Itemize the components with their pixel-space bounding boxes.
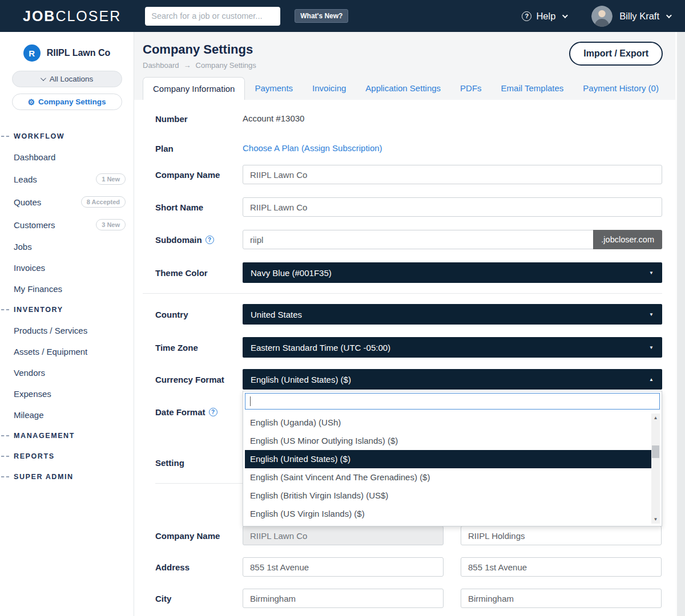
setting-label: Setting (143, 458, 243, 468)
tab-company-information[interactable]: Company Information (143, 77, 245, 100)
sidebar-section-management[interactable]: MANAGEMENT (0, 425, 134, 446)
city-secondary-field[interactable] (461, 589, 662, 608)
company-information-panel: Number Account #13030 Plan Choose A Plan… (134, 100, 675, 616)
currency-option-selected[interactable]: English (United States) ($) (245, 450, 651, 468)
section-divider (143, 293, 662, 294)
dash-icon (1, 435, 9, 436)
currency-options-list: English (Uganda) (USh) English (US Minor… (245, 414, 660, 524)
tab-pdfs[interactable]: PDFs (450, 77, 491, 100)
scroll-up-icon[interactable]: ▲ (654, 415, 658, 420)
chevron-down-icon: ▼ (649, 312, 654, 317)
sidebar-item-assets-equipment[interactable]: Assets / Equipment (0, 341, 134, 362)
chevron-down-icon (41, 75, 46, 81)
theme-color-select[interactable]: Navy Blue (#001F35) ▼ (243, 262, 662, 283)
currency-option[interactable]: English (Saint Vincent And The Grenadine… (245, 468, 651, 487)
app-logo[interactable]: JOBCLOSER (23, 8, 121, 25)
assign-subscription-link[interactable]: (Assign Subscription) (301, 143, 382, 153)
company-name-secondary-field[interactable] (461, 526, 662, 545)
subdomain-help-icon[interactable]: ? (206, 236, 214, 244)
top-navbar: JOBCLOSER What's New? ? Help Billy Kraft (0, 0, 685, 32)
sidebar-item-customers[interactable]: Customers 3 New (0, 213, 134, 236)
leads-badge: 1 New (96, 173, 126, 185)
sidebar-item-label: Mileage (14, 410, 44, 420)
section-divider-partial (155, 483, 243, 484)
company-name-field[interactable] (243, 165, 662, 184)
all-locations-dropdown[interactable]: All Locations (12, 71, 122, 87)
scroll-down-icon[interactable]: ▼ (654, 517, 658, 522)
account-number-value: Account #13030 (243, 114, 304, 123)
tab-bar: Company Information Payments Invoicing A… (143, 77, 675, 100)
company-settings-button[interactable]: ⚙ Company Settings (12, 94, 122, 110)
time-zone-label: Time Zone (143, 343, 243, 352)
avatar-image (591, 6, 613, 27)
currency-format-select[interactable]: English (United States) ($) ▲ (243, 369, 662, 390)
country-label: Country (143, 310, 243, 319)
time-zone-value: Eastern Standard Time (UTC -05:00) (251, 343, 390, 352)
company-logo: R (23, 44, 41, 62)
currency-option[interactable]: English (British Virgin Islands) (US$) (245, 487, 651, 505)
company-name-label: RIIPL Lawn Co (47, 48, 111, 58)
sidebar-item-jobs[interactable]: Jobs (0, 236, 134, 257)
global-search-input[interactable] (145, 7, 280, 26)
short-name-field[interactable] (243, 197, 662, 217)
date-format-help-icon[interactable]: ? (209, 408, 217, 416)
country-select[interactable]: United States ▼ (243, 304, 662, 325)
import-export-button[interactable]: Import / Export (569, 42, 663, 66)
tab-payment-history[interactable]: Payment History (0) (573, 77, 668, 100)
currency-option[interactable]: English (Uganda) (USh) (245, 414, 651, 432)
sidebar-item-mileage[interactable]: Mileage (0, 404, 134, 425)
sidebar-item-quotes[interactable]: Quotes 8 Accepted (0, 191, 134, 213)
page-scrollbar[interactable] (675, 32, 685, 616)
scrollbar-thumb[interactable] (652, 445, 659, 458)
dash-icon (1, 136, 9, 137)
help-menu[interactable]: ? Help (522, 11, 566, 22)
sidebar-company[interactable]: R RIIPL Lawn Co (23, 44, 111, 62)
tab-application-settings[interactable]: Application Settings (356, 77, 450, 100)
sidebar-item-label: Jobs (14, 242, 32, 252)
address-secondary-field[interactable] (461, 557, 662, 577)
address-primary-field[interactable] (243, 557, 444, 577)
dropdown-scrollbar[interactable]: ▲ ▼ (651, 414, 660, 524)
sidebar-item-invoices[interactable]: Invoices (0, 257, 134, 278)
subdomain-label: Subdomain ? (143, 235, 243, 245)
logo-light: CLOSER (55, 8, 121, 24)
user-name[interactable]: Billy Kraft (619, 11, 659, 22)
page-header: Company Settings Dashboard → Company Set… (134, 32, 675, 100)
sidebar-section-workflow[interactable]: WORKFLOW (0, 126, 134, 147)
short-name-label: Short Name (143, 202, 243, 212)
currency-option[interactable]: English (US Virgin Islands) ($) (245, 505, 651, 523)
tab-payments[interactable]: Payments (245, 77, 303, 100)
sidebar-item-dashboard[interactable]: Dashboard (0, 147, 134, 168)
choose-a-plan-link[interactable]: Choose A Plan (243, 143, 299, 153)
chevron-down-icon[interactable] (666, 13, 672, 18)
sidebar-item-label: Assets / Equipment (14, 347, 87, 356)
whats-new-button[interactable]: What's New? (295, 9, 348, 23)
breadcrumb-current: Company Settings (196, 61, 256, 70)
currency-search-input[interactable] (245, 393, 660, 410)
sidebar-item-label: Dashboard (14, 152, 55, 162)
breadcrumb-dashboard[interactable]: Dashboard (143, 61, 179, 70)
sidebar-item-vendors[interactable]: Vendors (0, 362, 134, 383)
logo-bold: JOB (23, 8, 55, 24)
sidebar-section-inventory[interactable]: INVENTORY (0, 299, 134, 320)
user-avatar[interactable] (591, 6, 613, 27)
country-value: United States (251, 310, 302, 319)
sidebar-section-super-admin[interactable]: SUPER ADMIN (0, 467, 134, 487)
theme-color-value: Navy Blue (#001F35) (251, 268, 332, 278)
sidebar-item-products-services[interactable]: Products / Services (0, 320, 134, 341)
sidebar-item-label: Invoices (14, 263, 45, 273)
city-primary-field[interactable] (243, 589, 444, 608)
tab-email-templates[interactable]: Email Templates (491, 77, 574, 100)
sidebar-item-expenses[interactable]: Expenses (0, 383, 134, 404)
sidebar-item-my-finances[interactable]: My Finances (0, 278, 134, 299)
sidebar-item-leads[interactable]: Leads 1 New (0, 168, 134, 191)
currency-format-value: English (United States) ($) (251, 375, 351, 384)
tab-invoicing[interactable]: Invoicing (303, 77, 356, 100)
time-zone-select[interactable]: Eastern Standard Time (UTC -05:00) ▼ (243, 337, 662, 358)
currency-option[interactable]: English (US Minor Outlying Islands) ($) (245, 432, 651, 450)
quotes-badge: 8 Accepted (81, 196, 126, 208)
currency-format-label: Currency Format (143, 375, 243, 384)
sidebar-section-reports[interactable]: REPORTS (0, 446, 134, 467)
sidebar-item-label: Vendors (14, 368, 45, 378)
help-icon: ? (522, 11, 531, 21)
